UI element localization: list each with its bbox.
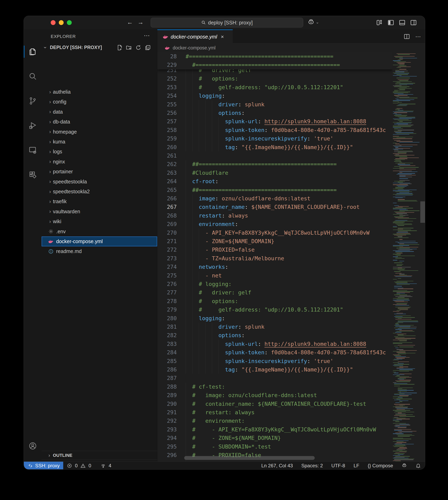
tree-folder-speedtestookla2[interactable]: ›speedtestookla2: [42, 187, 157, 197]
line-number[interactable]: 256: [157, 109, 177, 117]
tree-folder-config[interactable]: ›config: [42, 97, 157, 107]
remote-indicator[interactable]: SSH: proxy: [24, 462, 63, 470]
minimap[interactable]: [392, 52, 420, 461]
line-number[interactable]: 276: [157, 280, 177, 288]
line-number[interactable]: 291: [157, 408, 177, 417]
line-number[interactable]: 278: [157, 297, 177, 305]
tree-folder-data[interactable]: ›data: [42, 107, 157, 117]
tree-folder-kuma[interactable]: ›kuma: [42, 137, 157, 147]
cursor-position[interactable]: Ln 267, Col 43: [261, 463, 293, 469]
sidebar-item-source-control[interactable]: [24, 91, 42, 111]
line-number[interactable]: 296: [157, 451, 177, 459]
line-number[interactable]: 267: [157, 203, 177, 211]
breadcrumb[interactable]: docker-compose.yml: [157, 44, 425, 52]
new-folder-icon[interactable]: [126, 44, 132, 51]
split-editor-icon[interactable]: [403, 33, 410, 40]
tree-file-.env[interactable]: .env: [42, 227, 157, 237]
line-number[interactable]: 265: [157, 186, 177, 194]
back-arrow[interactable]: ←: [126, 19, 134, 26]
line-number[interactable]: 289: [157, 391, 177, 399]
tree-folder-nginx[interactable]: ›nginx: [42, 157, 157, 167]
line-number[interactable]: 264: [157, 177, 177, 186]
line-number[interactable]: 292: [157, 417, 177, 425]
panel-right-icon[interactable]: [410, 19, 417, 26]
line-number[interactable]: 255: [157, 100, 177, 109]
ports-count[interactable]: 4: [109, 463, 111, 469]
horizontal-scrollbar[interactable]: [184, 456, 315, 460]
line-number[interactable]: 254: [157, 91, 177, 100]
tree-folder-traefik[interactable]: ›traefik: [42, 197, 157, 206]
line-number[interactable]: 253: [157, 83, 177, 91]
vertical-scrollbar[interactable]: [420, 201, 425, 223]
tree-folder-speedtestookla[interactable]: ›speedtestookla: [42, 177, 157, 187]
line-number[interactable]: 273: [157, 254, 177, 263]
line-number[interactable]: 285: [157, 357, 177, 365]
line-number[interactable]: 283: [157, 340, 177, 348]
forward-arrow[interactable]: →: [137, 19, 145, 26]
line-number[interactable]: 259: [157, 134, 177, 143]
line-number[interactable]: 270: [157, 229, 177, 237]
bell-icon[interactable]: [416, 463, 421, 468]
warnings-icon[interactable]: [80, 463, 86, 468]
line-number[interactable]: 290: [157, 400, 177, 408]
accounts-button[interactable]: [24, 436, 42, 456]
tab-docker-compose[interactable]: docker-compose.yml ×: [157, 30, 233, 44]
line-number[interactable]: 266: [157, 194, 177, 203]
line-number[interactable]: 262: [157, 160, 177, 168]
line-number[interactable]: 258: [157, 126, 177, 134]
sidebar-item-remote-explorer[interactable]: [24, 140, 42, 160]
tree-folder-vaultwarden[interactable]: ›vaultwarden: [42, 207, 157, 216]
line-number[interactable]: 284: [157, 348, 177, 357]
refresh-icon[interactable]: [135, 44, 142, 51]
line-number[interactable]: 271: [157, 237, 177, 245]
copilot-icon[interactable]: [401, 463, 407, 468]
line-number[interactable]: 297: [157, 459, 177, 461]
tree-file-readme.md[interactable]: readme.md: [42, 246, 157, 256]
line-number[interactable]: 287: [157, 374, 177, 382]
line-number[interactable]: 268: [157, 212, 177, 220]
line-number[interactable]: 282: [157, 331, 177, 340]
new-file-icon[interactable]: [116, 44, 123, 51]
line-number[interactable]: 280: [157, 314, 177, 323]
close-icon[interactable]: ×: [221, 34, 224, 40]
copilot-menu[interactable]: ⌄: [308, 19, 319, 26]
errors-count[interactable]: 0: [75, 463, 78, 469]
tree-folder-homepage[interactable]: ›homepage: [42, 127, 157, 137]
editor-body[interactable]: 251 # driver: gelf252 # options:253 # ge…: [157, 52, 425, 461]
errors-icon[interactable]: [67, 463, 72, 468]
panel-left-icon[interactable]: [387, 19, 394, 26]
line-number[interactable]: 275: [157, 271, 177, 280]
line-number[interactable]: 269: [157, 220, 177, 228]
warnings-count[interactable]: 0: [88, 463, 91, 469]
eol[interactable]: LF: [354, 463, 359, 469]
panel-bottom-icon[interactable]: [399, 19, 406, 26]
outline-section[interactable]: › OUTLINE: [42, 451, 157, 460]
tree-folder-db-data[interactable]: ›db-data: [42, 117, 157, 127]
collapse-all-icon[interactable]: [145, 44, 151, 51]
line-number[interactable]: 295: [157, 442, 177, 451]
line-number[interactable]: 263: [157, 169, 177, 177]
tree-file-docker-compose.yml[interactable]: docker-compose.yml: [42, 237, 157, 246]
line-number[interactable]: 286: [157, 365, 177, 374]
line-number[interactable]: 260: [157, 143, 177, 152]
sidebar-item-extensions[interactable]: [24, 165, 42, 184]
views-more-actions[interactable]: ⋯: [144, 32, 150, 39]
line-number[interactable]: 294: [157, 434, 177, 442]
line-number[interactable]: 28: [157, 52, 177, 61]
encoding[interactable]: UTF-8: [332, 463, 345, 469]
line-number[interactable]: 281: [157, 323, 177, 331]
workspace-section-header[interactable]: › DEPLOY [SSH: PROXY]: [42, 43, 157, 53]
tree-folder-portainer[interactable]: ›portainer: [42, 167, 157, 177]
language-mode[interactable]: {} Compose: [368, 463, 393, 469]
sidebar-item-explorer[interactable]: [24, 42, 42, 61]
indentation[interactable]: Spaces: 2: [301, 463, 323, 469]
traffic-light-zoom[interactable]: [67, 20, 72, 25]
line-number[interactable]: 261: [157, 152, 177, 160]
sidebar-item-search[interactable]: [24, 67, 42, 86]
line-number[interactable]: 293: [157, 425, 177, 434]
customize-layout-icon[interactable]: [376, 19, 383, 26]
tree-folder-wiki[interactable]: ›wiki: [42, 216, 157, 227]
line-number[interactable]: 279: [157, 305, 177, 314]
traffic-light-close[interactable]: [51, 20, 56, 25]
tree-folder-authelia[interactable]: ›authelia: [42, 87, 157, 97]
